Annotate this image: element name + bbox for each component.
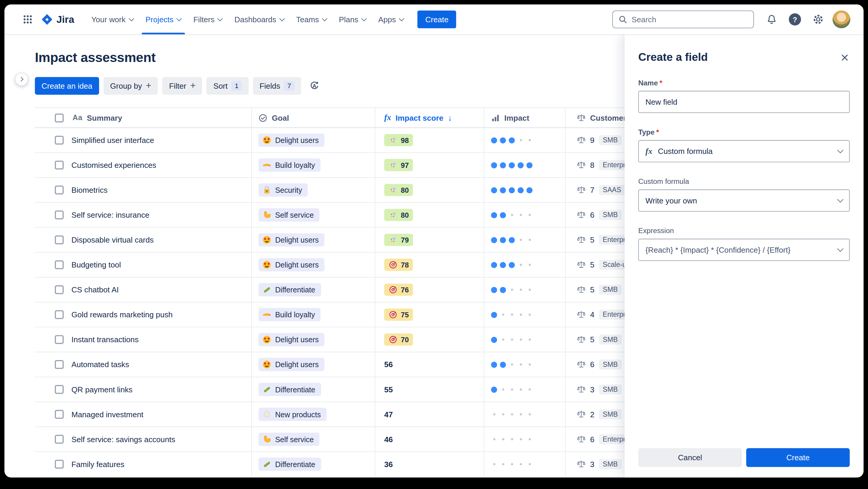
row-checkbox[interactable]	[55, 161, 64, 170]
row-checkbox[interactable]	[55, 235, 64, 244]
column-header-impact-score[interactable]: fx Impact score ↓	[375, 108, 484, 127]
idea-summary[interactable]: CS chatbot AI	[71, 285, 119, 294]
group-by-button[interactable]: Group by+	[103, 77, 158, 95]
impact-score-cell[interactable]: 46	[375, 427, 484, 451]
idea-summary[interactable]: QR payment links	[71, 385, 132, 394]
impact-cell[interactable]	[484, 327, 566, 352]
row-checkbox[interactable]	[55, 335, 64, 344]
table-row[interactable]: Managed investmentNew products472SMB	[35, 402, 687, 427]
goal-cell[interactable]: Delight users	[252, 253, 375, 277]
summary-cell[interactable]: Disposable virtual cards	[35, 228, 252, 252]
idea-summary[interactable]: Gold rewards marketing push	[71, 310, 173, 319]
table-row[interactable]: Automated tasksDelight users566SMB	[35, 352, 687, 377]
idea-summary[interactable]: Self service: savings accounts	[71, 435, 175, 443]
row-checkbox[interactable]	[55, 460, 64, 468]
impact-cell[interactable]	[484, 253, 566, 277]
goal-tag[interactable]: Delight users	[258, 134, 324, 147]
impact-score-cell[interactable]: 55	[375, 377, 484, 402]
row-checkbox[interactable]	[55, 136, 64, 145]
impact-cell[interactable]	[484, 352, 566, 377]
goal-tag[interactable]: Security	[258, 183, 308, 197]
field-name-input[interactable]	[638, 91, 850, 113]
fields-button[interactable]: Fields7	[253, 77, 301, 95]
summary-cell[interactable]: Managed investment	[35, 402, 252, 426]
nav-item-teams[interactable]: Teams	[290, 4, 333, 34]
idea-summary[interactable]: Disposable virtual cards	[71, 235, 154, 244]
idea-summary[interactable]: Instant transactions	[71, 335, 139, 344]
impact-score-cell[interactable]: 75	[375, 303, 484, 327]
nav-item-plans[interactable]: Plans	[333, 4, 372, 34]
table-row[interactable]: BiometricsSecurity807SAAS	[35, 178, 687, 203]
goal-tag[interactable]: Self service	[258, 208, 319, 222]
goal-cell[interactable]: New products	[252, 402, 375, 426]
column-header-summary[interactable]: Aa Summary	[35, 108, 252, 127]
table-row[interactable]: QR payment linksDifferentiate553SMB	[35, 377, 687, 402]
goal-tag[interactable]: New products	[258, 408, 326, 421]
settings-button[interactable]	[809, 10, 827, 28]
impact-score-cell[interactable]: 56	[375, 352, 484, 377]
summary-cell[interactable]: Instant transactions	[35, 327, 252, 352]
goal-cell[interactable]: Build loyalty	[252, 153, 375, 177]
goal-cell[interactable]: Differentiate	[252, 452, 375, 476]
summary-cell[interactable]: Gold rewards marketing push	[35, 303, 252, 327]
impact-score-cell[interactable]: 47	[375, 402, 484, 426]
create-button[interactable]: Create	[417, 10, 456, 28]
create-idea-button[interactable]: Create an idea	[35, 77, 99, 95]
impact-score-cell[interactable]: 80	[375, 203, 484, 227]
jira-logo[interactable]: Jira	[41, 13, 74, 26]
goal-tag[interactable]: Delight users	[258, 333, 324, 346]
summary-cell[interactable]: Customised experiences	[35, 153, 252, 177]
row-checkbox[interactable]	[55, 210, 64, 220]
nav-item-dashboards[interactable]: Dashboards	[228, 4, 290, 34]
goal-cell[interactable]: Delight users	[252, 352, 375, 377]
table-row[interactable]: Self service: insuranceSelf service806SM…	[35, 203, 687, 228]
goal-cell[interactable]: Differentiate	[252, 377, 375, 402]
goal-tag[interactable]: Build loyalty	[258, 308, 320, 321]
table-row[interactable]: Gold rewards marketing pushBuild loyalty…	[35, 303, 687, 327]
row-checkbox[interactable]	[55, 310, 64, 319]
summary-cell[interactable]: QR payment links	[35, 377, 252, 402]
table-row[interactable]: CS chatbot AIDifferentiate765SMB	[35, 278, 687, 303]
row-checkbox[interactable]	[55, 410, 64, 419]
impact-cell[interactable]	[484, 228, 566, 252]
impact-cell[interactable]	[484, 427, 566, 451]
row-checkbox[interactable]	[55, 435, 64, 443]
summary-cell[interactable]: Budgeting tool	[35, 253, 252, 277]
search-input[interactable]	[631, 15, 748, 24]
goal-tag[interactable]: Differentiate	[258, 458, 321, 471]
select-all-checkbox[interactable]	[55, 113, 64, 122]
table-row[interactable]: Simplified user interfaceDelight users98…	[35, 128, 687, 153]
table-row[interactable]: Disposable virtual cardsDelight users795…	[35, 228, 687, 253]
impact-cell[interactable]	[484, 452, 566, 476]
nav-item-filters[interactable]: Filters	[187, 4, 228, 34]
goal-cell[interactable]: Security	[252, 178, 375, 202]
goal-cell[interactable]: Self service	[252, 427, 375, 451]
notifications-button[interactable]	[763, 10, 781, 28]
goal-tag[interactable]: Delight users	[258, 233, 324, 247]
table-row[interactable]: Budgeting toolDelight users785Scale-ups	[35, 253, 687, 278]
goal-cell[interactable]: Delight users	[252, 128, 375, 152]
help-button[interactable]: ?	[786, 10, 804, 28]
impact-cell[interactable]	[484, 402, 566, 426]
row-checkbox[interactable]	[55, 385, 64, 394]
summary-cell[interactable]: Automated tasks	[35, 352, 252, 377]
impact-score-cell[interactable]: 80	[375, 178, 484, 202]
goal-cell[interactable]: Build loyalty	[252, 303, 375, 327]
nav-item-projects[interactable]: Projects	[139, 4, 187, 34]
table-row[interactable]: Customised experiencesBuild loyalty978En…	[35, 153, 687, 178]
impact-score-cell[interactable]: 76	[375, 278, 484, 302]
summary-cell[interactable]: CS chatbot AI	[35, 278, 252, 302]
impact-cell[interactable]	[484, 377, 566, 402]
nav-item-apps[interactable]: Apps	[372, 4, 410, 34]
impact-cell[interactable]	[484, 128, 566, 152]
goal-tag[interactable]: Build loyalty	[258, 159, 320, 172]
impact-cell[interactable]	[484, 153, 566, 177]
impact-score-cell[interactable]: 97	[375, 153, 484, 177]
goal-cell[interactable]: Delight users	[252, 228, 375, 252]
idea-summary[interactable]: Self service: insurance	[71, 210, 149, 220]
goal-tag[interactable]: Differentiate	[258, 283, 321, 296]
rank-button[interactable]: A	[306, 77, 323, 95]
column-header-goal[interactable]: Goal	[252, 108, 375, 127]
impact-score-cell[interactable]: 79	[375, 228, 484, 252]
impact-cell[interactable]	[484, 178, 566, 202]
